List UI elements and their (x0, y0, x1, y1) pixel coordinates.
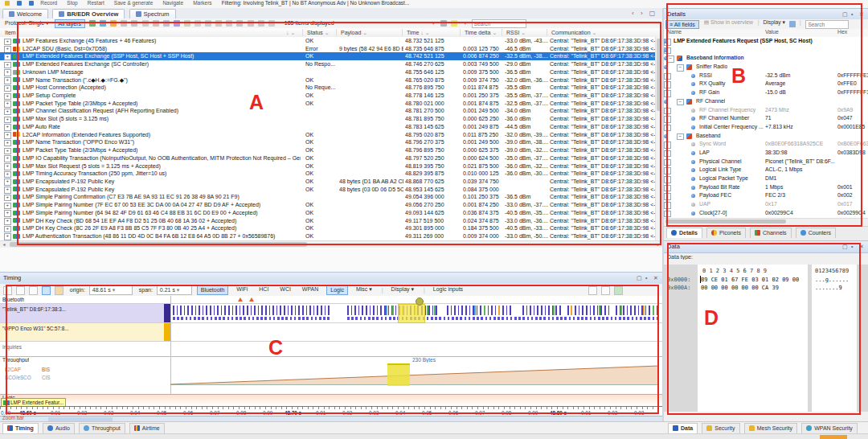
all-fields-button[interactable]: ≡ All fields (665, 20, 699, 29)
data-bottom-tab[interactable]: Security (702, 423, 739, 433)
document-tab[interactable]: Welcome (2, 9, 48, 18)
pin-icon[interactable] (121, 20, 127, 27)
table-row[interactable]: + LMP Extended Features Exchange (SSP Ho… (0, 52, 662, 60)
column-header-payload[interactable]: Payload ⌄ (341, 28, 367, 37)
document-tab[interactable]: Spectrum (129, 9, 176, 18)
table-row[interactable]: + LMP Authentication Transaction (48 86 … (0, 232, 662, 240)
wci-toggle[interactable]: WCI (276, 285, 294, 293)
table-row[interactable]: + LMP Name Transaction (".c◆H.◆:=FG.◆") … (0, 76, 662, 84)
pin-icon[interactable]: • (645, 275, 647, 281)
collapse-icon[interactable]: − (677, 64, 684, 72)
restart-button[interactable]: Restart (88, 0, 104, 6)
timing-row-telink[interactable]: "Telink_BT" D8:6F:17:38:3... (0, 304, 164, 322)
table-row[interactable]: + LMP Setup Complete OK 48.778 146 125 0… (0, 92, 662, 100)
details-row[interactable]: Clock[27-0] 0x00299C4 0x00299C4 (664, 209, 868, 218)
display-dropdown[interactable]: Display ▾ (388, 285, 417, 293)
table-row[interactable]: + LMP Simple Pairing Number (64 94 82 4F… (0, 209, 662, 217)
clock-icon[interactable] (184, 20, 190, 27)
details-row[interactable]: − Baseband (664, 132, 868, 141)
details-tab[interactable]: Channels (750, 228, 792, 238)
table-row[interactable]: + LMP Channel Classification Request (AF… (0, 107, 662, 115)
search-options-dropdown[interactable]: ▾ (464, 18, 467, 28)
card-icon[interactable] (236, 20, 243, 27)
details-row[interactable]: UAP 0x17 0x017 (664, 200, 868, 209)
save-all-icon[interactable] (29, 1, 34, 6)
details-row[interactable]: RF Channel Number 71 0x047 (664, 114, 868, 123)
table-row[interactable]: + LMP Max Slot Request (5 slots = 3.125 … (0, 162, 662, 170)
table-row[interactable]: + LMP Extended Features Exchange (SC Con… (0, 60, 662, 68)
column-header-time[interactable]: Time ↓ ⌄ (407, 28, 430, 37)
expander-icon[interactable]: + (4, 117, 11, 124)
details-row[interactable]: Initial Center Frequency ... +7.813 kHz … (664, 123, 868, 132)
expander-icon[interactable]: + (4, 85, 11, 92)
save-generate-button[interactable]: Save & generate (114, 0, 153, 6)
details-row[interactable]: LAP 38:3D:98 0x0383D98 (664, 149, 868, 158)
expander-icon[interactable]: + (4, 77, 11, 84)
pin-icon[interactable]: • (851, 244, 853, 250)
search-input[interactable] (472, 19, 526, 28)
span-value[interactable]: 0.21 s ▾ (157, 285, 192, 295)
expander-icon[interactable]: + (4, 46, 11, 53)
collapse-icon[interactable]: − (667, 55, 674, 63)
expander-icon[interactable]: + (4, 226, 11, 233)
window-icon[interactable]: ▢ (637, 275, 642, 281)
data-bottom-tab[interactable]: Data (668, 423, 698, 433)
bottom-tab[interactable]: Audio (43, 423, 75, 433)
find-icon[interactable] (440, 20, 447, 27)
settings-icon[interactable] (268, 20, 275, 27)
table-row[interactable]: + LMP Auto Rate 48.783 145 625 0.001 249… (0, 123, 662, 131)
details-search-input[interactable] (805, 20, 849, 29)
note-icon[interactable] (142, 20, 149, 27)
expander-icon[interactable]: + (4, 140, 11, 147)
wifi-toggle[interactable]: WiFi (233, 285, 251, 293)
table-row[interactable]: + LMP Encapsulated P-192 Public Key OK 4… (0, 178, 662, 186)
column-header-time-delta[interactable]: Time delta ⌄ (465, 28, 497, 37)
table-row[interactable]: + LMP DH Key Check (8C 26 2F E9 A8 F3 8B… (0, 224, 662, 232)
table-row[interactable]: + L2CAP Information (Extended Features S… (0, 131, 662, 139)
document-tab[interactable]: BR/EDR Overview (52, 9, 125, 18)
expander-icon[interactable]: + (4, 171, 11, 178)
table-row[interactable]: + LMP Simple Pairing Number (7F EC 67 00… (0, 201, 662, 209)
expander-icon[interactable]: + (4, 132, 11, 139)
export-view-icon[interactable] (614, 286, 623, 295)
expander-icon[interactable]: + (4, 93, 11, 101)
window-icon[interactable]: ▢ (842, 244, 848, 250)
all-layers-button[interactable]: All layers (55, 19, 85, 28)
column-header-status[interactable]: Status ⌄ (307, 28, 330, 37)
record-button[interactable]: Record (40, 0, 57, 6)
markers-button[interactable]: Markers (193, 0, 211, 6)
expander-icon[interactable]: + (4, 210, 11, 217)
copy-icon[interactable] (789, 21, 796, 27)
close-icon[interactable]: ✕ (859, 11, 864, 18)
cursor-tool-icon[interactable] (3, 286, 12, 295)
refresh-icon[interactable] (89, 20, 96, 27)
table-row[interactable]: + LMP Host Connection (Accepted) No Requ… (0, 84, 662, 92)
filtering-status[interactable]: Filtering: Involving Telink_BT | No BT A… (222, 0, 410, 6)
details-row[interactable]: RSSI -32.5 dBm 0xFFFFFFE3 (664, 72, 868, 80)
table-row[interactable]: + LMP IO Capability Transaction (NoInput… (0, 154, 662, 162)
details-row[interactable]: Logical Packet Type DM1 (664, 174, 868, 183)
expander-icon[interactable]: + (4, 155, 11, 162)
measure-icon[interactable] (601, 286, 610, 295)
graph-icon[interactable] (258, 20, 264, 27)
origin-value[interactable]: 48.61 s ▾ (89, 285, 133, 295)
table-row[interactable]: + LMP Simple Pairing Confirmation (C7 E3… (0, 193, 662, 201)
details-row[interactable]: RX Quality Average 0xFFE0 (664, 80, 868, 88)
details-row[interactable]: RF Gain -15.0 dB 0xFFFFFFF1 (664, 88, 868, 97)
table-row[interactable]: + LMP Features Exchange (45 Features + 4… (0, 37, 662, 45)
table-row[interactable]: + LMP Encapsulated P-192 Public Key OK 4… (0, 186, 662, 194)
grid-icon[interactable] (226, 20, 232, 27)
navigate-button[interactable]: Navigate (162, 0, 183, 6)
bottom-tab[interactable]: Throughput (79, 423, 125, 433)
expander-icon[interactable]: + (4, 101, 11, 108)
copy-icon[interactable] (194, 20, 201, 27)
table-row[interactable]: + LMP Packet Type Table (2/3Mbps + Accep… (0, 146, 662, 154)
details-row[interactable]: Payload Bit Rate 1 Mbps 0x001 (664, 183, 868, 192)
marker-tool-icon[interactable] (55, 286, 63, 295)
expander-icon[interactable]: + (4, 109, 11, 116)
expander-icon[interactable]: + (4, 62, 11, 69)
open-icon[interactable] (5, 1, 10, 6)
pan-tool-icon[interactable] (16, 286, 25, 295)
wpan-toggle[interactable]: WPAN (299, 285, 321, 293)
bottom-tab[interactable]: Airtime (129, 423, 165, 433)
